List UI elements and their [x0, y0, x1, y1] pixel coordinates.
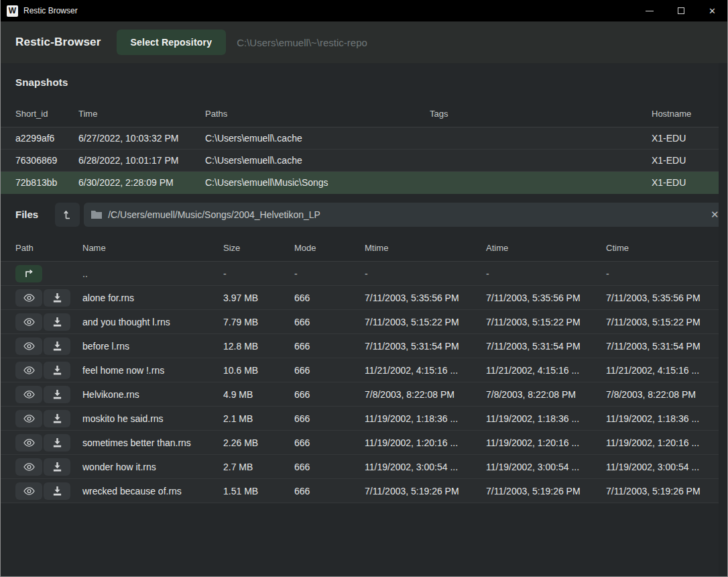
preview-file-button[interactable]	[15, 362, 42, 379]
file-mode: 666	[294, 389, 365, 400]
file-mode: 666	[294, 413, 365, 424]
files-current-path: /C/Users/emuell/Music/Songs/2004_Helveti…	[108, 209, 703, 220]
folder-icon	[90, 210, 103, 219]
file-ctime: 11/21/2002, 4:15:16 ...	[606, 365, 719, 376]
app-window: W Restic Browser ✕ Restic-Browser Select…	[0, 0, 728, 577]
preview-file-button[interactable]	[15, 337, 42, 355]
parent-dir-atime: -	[486, 268, 606, 279]
download-icon	[52, 413, 62, 423]
file-name: and you thought l.rns	[82, 317, 223, 327]
download-icon	[52, 462, 62, 472]
download-file-button[interactable]	[44, 434, 70, 452]
column-atime: Atime	[486, 243, 606, 253]
file-size: 1.51 MB	[223, 486, 294, 496]
eye-icon	[23, 390, 36, 399]
file-mode: 666	[294, 462, 365, 472]
file-row: alone for.rns 3.97 MB 666 7/11/2003, 5:3…	[1, 286, 719, 310]
go-up-directory-button[interactable]	[15, 265, 42, 282]
preview-file-button[interactable]	[15, 410, 42, 427]
download-file-button[interactable]	[44, 410, 70, 427]
file-mtime: 7/11/2003, 5:15:22 PM	[365, 317, 486, 327]
snapshots-section-header: Snapshots	[1, 63, 727, 101]
snapshot-row[interactable]: 76306869 6/28/2022, 10:01:17 PM C:\Users…	[1, 150, 719, 172]
preview-file-button[interactable]	[15, 386, 42, 403]
app-logo-icon: W	[7, 5, 18, 17]
download-file-button[interactable]	[44, 458, 70, 476]
maximize-icon	[678, 7, 684, 14]
file-mtime: 7/11/2003, 5:31:54 PM	[365, 341, 486, 352]
file-mode: 666	[294, 437, 365, 448]
file-size: 4.9 MB	[223, 389, 294, 400]
file-name: before l.rns	[82, 341, 223, 352]
close-button[interactable]: ✕	[696, 0, 728, 21]
titlebar: W Restic Browser ✕	[0, 0, 728, 21]
select-repository-button[interactable]: Select Repository	[117, 30, 227, 55]
snapshot-short-id: 72b813bb	[15, 177, 78, 188]
preview-file-button[interactable]	[15, 289, 42, 307]
file-size: 10.6 MB	[223, 365, 294, 376]
preview-file-button[interactable]	[15, 434, 42, 452]
download-icon	[52, 293, 62, 303]
file-size: 2.26 MB	[223, 437, 294, 448]
file-mode: 666	[294, 365, 365, 376]
file-name: wrecked because of.rns	[82, 486, 223, 496]
file-mtime: 11/19/2002, 1:18:36 ...	[365, 413, 486, 424]
snapshot-paths: C:\Users\emuell\.cache	[205, 155, 430, 166]
preview-file-button[interactable]	[15, 458, 42, 476]
file-ctime: 11/19/2002, 1:18:36 ...	[606, 413, 719, 424]
file-ctime: 7/11/2003, 5:35:56 PM	[606, 293, 719, 303]
snapshot-row[interactable]: 72b813bb 6/30/2022, 2:28:09 PM C:\Users\…	[1, 172, 719, 194]
files-rows: alone for.rns 3.97 MB 666 7/11/2003, 5:3…	[1, 286, 727, 503]
download-file-button[interactable]	[44, 313, 70, 331]
files-path-input[interactable]: /C/Users/emuell/Music/Songs/2004_Helveti…	[84, 203, 726, 227]
file-mode: 666	[294, 317, 365, 327]
download-icon	[52, 437, 62, 448]
snapshot-row[interactable]: a2299af6 6/27/2022, 10:03:32 PM C:\Users…	[1, 127, 719, 150]
go-to-root-button[interactable]	[55, 203, 80, 227]
column-size: Size	[223, 243, 294, 253]
file-ctime: 11/19/2002, 3:00:54 ...	[606, 462, 719, 472]
repository-path: C:\Users\emuell\~\restic-repo	[237, 37, 367, 48]
column-mode: Mode	[294, 243, 365, 253]
file-atime: 11/21/2002, 4:15:16 ...	[486, 365, 606, 376]
file-atime: 11/19/2002, 1:18:36 ...	[486, 413, 606, 424]
file-mode: 666	[294, 486, 365, 496]
download-file-button[interactable]	[44, 362, 70, 379]
main-content: Snapshots Short_id Time Paths Tags Hostn…	[1, 63, 727, 576]
maximize-button[interactable]	[665, 0, 696, 21]
file-atime: 7/11/2003, 5:19:26 PM	[486, 486, 606, 496]
download-file-button[interactable]	[44, 289, 70, 307]
column-tags: Tags	[430, 109, 652, 119]
download-file-button[interactable]	[44, 386, 70, 403]
eye-icon	[23, 293, 36, 303]
file-atime: 7/11/2003, 5:35:56 PM	[486, 293, 606, 303]
parent-dir-size: -	[223, 268, 294, 279]
column-time: Time	[78, 109, 205, 119]
files-table-header: Path Name Size Mode Mtime Atime Ctime	[1, 235, 719, 262]
file-mtime: 7/11/2003, 5:19:26 PM	[365, 486, 486, 496]
preview-file-button[interactable]	[15, 313, 42, 331]
close-icon: ✕	[709, 6, 716, 16]
files-title: Files	[15, 209, 38, 220]
files-section-header: Files /C/Users/emuell/Music/Songs/2004_H…	[1, 194, 727, 235]
parent-directory-row: .. - - - - -	[1, 262, 719, 286]
file-row: feel home now !.rns 10.6 MB 666 11/21/20…	[1, 358, 719, 382]
file-ctime: 7/11/2003, 5:15:22 PM	[606, 317, 719, 327]
eye-icon	[23, 317, 36, 327]
file-mtime: 7/8/2003, 8:22:08 PM	[365, 389, 486, 400]
snapshot-time: 6/30/2022, 2:28:09 PM	[78, 177, 205, 188]
file-mtime: 7/11/2003, 5:35:56 PM	[365, 293, 486, 303]
minimize-button[interactable]	[633, 0, 665, 21]
snapshot-short-id: a2299af6	[15, 133, 78, 144]
snapshot-hostname: X1-EDU	[652, 155, 719, 166]
download-icon	[52, 389, 62, 399]
file-atime: 7/8/2003, 8:22:08 PM	[486, 389, 606, 400]
app-header: Restic-Browser Select Repository C:\User…	[1, 21, 727, 63]
file-name: feel home now !.rns	[82, 365, 223, 376]
preview-file-button[interactable]	[15, 482, 42, 500]
snapshots-table-header: Short_id Time Paths Tags Hostname	[1, 101, 719, 127]
file-mtime: 11/19/2002, 1:20:16 ...	[365, 437, 486, 448]
column-name: Name	[82, 243, 223, 253]
download-file-button[interactable]	[44, 482, 70, 500]
download-file-button[interactable]	[44, 337, 70, 355]
